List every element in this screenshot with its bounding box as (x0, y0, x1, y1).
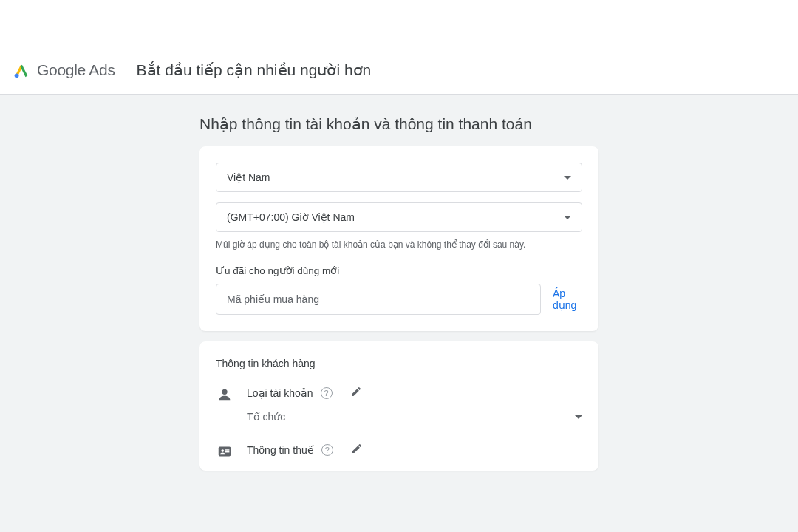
app-header: Google Ads Bắt đầu tiếp cận nhiều người … (0, 0, 798, 95)
customer-info-card: Thông tin khách hàng Loại tài khoản ? Tổ… (200, 341, 598, 471)
account-type-value: Tổ chức (247, 411, 285, 423)
page-title: Nhập thông tin tài khoản và thông tin th… (200, 115, 598, 133)
account-type-row: Loại tài khoản ? Tổ chức (216, 386, 582, 429)
google-ads-icon (13, 62, 30, 78)
svg-rect-5 (225, 451, 230, 452)
chevron-down-icon (564, 176, 571, 180)
promo-placeholder: Mã phiếu mua hàng (227, 293, 319, 305)
apply-button[interactable]: Áp dụng (553, 287, 582, 311)
product-logo: Google Ads (13, 61, 115, 79)
promo-code-input[interactable]: Mã phiếu mua hàng (216, 284, 541, 315)
country-select-value: Việt Nam (227, 171, 270, 183)
account-settings-card: Việt Nam (GMT+07:00) Giờ Việt Nam Múi gi… (200, 146, 598, 331)
timezone-helper-text: Múi giờ áp dụng cho toàn bộ tài khoản củ… (216, 239, 582, 250)
tax-info-label: Thông tin thuế (247, 444, 314, 456)
promo-section-label: Ưu đãi cho người dùng mới (216, 265, 582, 276)
id-card-icon (216, 443, 233, 460)
help-icon[interactable]: ? (321, 444, 333, 456)
svg-point-3 (221, 449, 224, 452)
chevron-down-icon (564, 216, 571, 219)
edit-icon[interactable] (351, 443, 363, 457)
svg-point-0 (15, 73, 19, 78)
timezone-select[interactable]: (GMT+07:00) Giờ Việt Nam (216, 202, 582, 232)
customer-info-title: Thông tin khách hàng (216, 358, 582, 369)
account-type-label: Loại tài khoản (247, 387, 313, 399)
svg-rect-4 (225, 449, 230, 450)
account-type-select[interactable]: Tổ chức (247, 406, 582, 429)
edit-icon[interactable] (350, 386, 362, 400)
timezone-select-value: (GMT+07:00) Giờ Việt Nam (227, 211, 355, 223)
svg-point-1 (222, 389, 227, 395)
product-name: Google Ads (37, 61, 115, 79)
person-icon (216, 386, 233, 403)
chevron-down-icon (575, 415, 582, 419)
content-area: Nhập thông tin tài khoản và thông tin th… (0, 95, 798, 532)
help-icon[interactable]: ? (321, 387, 332, 399)
tax-info-row: Thông tin thuế ? (216, 443, 582, 463)
header-divider (126, 60, 126, 81)
header-subtitle: Bắt đầu tiếp cận nhiều người hơn (137, 61, 372, 79)
country-select[interactable]: Việt Nam (216, 163, 582, 192)
